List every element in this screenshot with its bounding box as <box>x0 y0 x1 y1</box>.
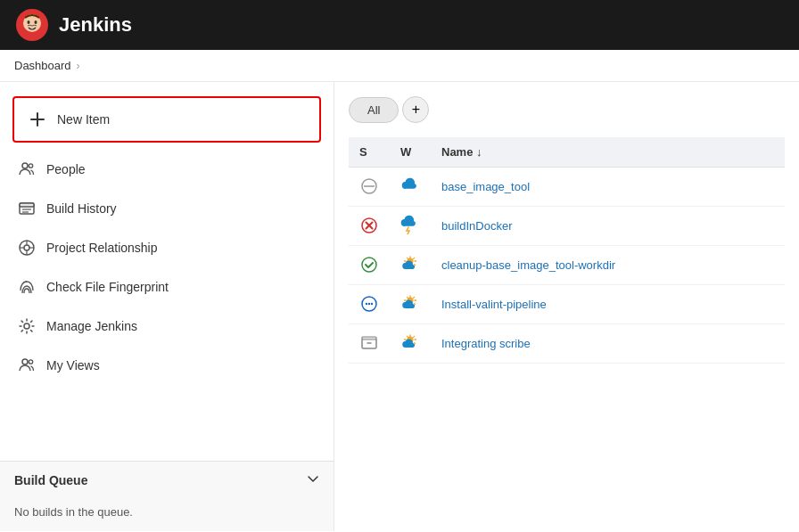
weather-cell <box>390 246 431 285</box>
svg-point-7 <box>29 164 32 168</box>
sidebar-people-label: People <box>46 162 86 176</box>
svg-point-13 <box>24 245 29 250</box>
gear-icon <box>18 317 36 335</box>
col-header-s: S <box>349 137 390 168</box>
main-layout: New Item People <box>0 82 799 531</box>
job-link[interactable]: cleanup-base_image_tool-workdir <box>441 258 615 272</box>
svg-point-26 <box>362 258 376 272</box>
svg-point-30 <box>368 302 370 304</box>
build-queue-title: Build Queue <box>14 473 87 487</box>
sidebar-item-manage-jenkins[interactable]: Manage Jenkins <box>0 307 334 346</box>
new-item-button[interactable]: New Item <box>12 96 321 143</box>
weather-cell <box>390 168 431 207</box>
svg-point-31 <box>371 302 373 304</box>
new-item-label: New Item <box>57 112 110 127</box>
app-title: Jenkins <box>59 13 132 37</box>
table-row: buildInDocker <box>349 207 785 246</box>
svg-point-29 <box>366 302 367 304</box>
svg-point-2 <box>28 20 30 24</box>
job-link[interactable]: Integrating scribe <box>441 337 531 350</box>
table-row: Integrating scribe <box>349 324 785 364</box>
job-link[interactable]: Install-valint-pipeline <box>441 298 547 311</box>
my-views-icon <box>18 356 36 374</box>
breadcrumb-separator: › <box>77 60 80 72</box>
people-icon <box>18 160 36 178</box>
status-cell <box>349 324 390 364</box>
breadcrumb: Dashboard › <box>0 50 799 82</box>
sidebar-item-my-views[interactable]: My Views <box>0 346 334 385</box>
svg-point-6 <box>22 163 28 168</box>
project-relationship-icon <box>18 239 36 257</box>
table-row: Install-valint-pipeline <box>349 285 785 324</box>
status-archive-icon <box>359 333 379 353</box>
status-cell <box>349 207 390 246</box>
plus-icon <box>29 110 46 128</box>
build-queue-header[interactable]: Build Queue <box>0 462 334 498</box>
svg-point-3 <box>35 20 37 24</box>
weather-cell <box>390 324 431 364</box>
build-queue-section: Build Queue No builds in the queue. <box>0 461 334 531</box>
sidebar-item-build-history[interactable]: Build History <box>0 189 334 228</box>
table-header-row: S W Name ↓ <box>349 137 785 168</box>
main-content: All + S W Name ↓ <box>334 82 799 531</box>
add-tab-button[interactable]: + <box>402 96 429 123</box>
tab-all[interactable]: All <box>349 97 399 123</box>
col-header-name[interactable]: Name ↓ <box>431 137 785 168</box>
svg-rect-9 <box>20 203 34 207</box>
status-success-icon <box>359 255 379 274</box>
col-header-w: W <box>390 137 431 168</box>
sidebar: New Item People <box>0 82 334 531</box>
sidebar-project-rel-label: Project Relationship <box>46 241 158 255</box>
jenkins-logo-icon <box>14 7 50 43</box>
name-cell: cleanup-base_image_tool-workdir <box>431 246 785 285</box>
status-failed-icon <box>359 216 379 235</box>
weather-cloud-icon <box>400 176 420 195</box>
logo-container: Jenkins <box>14 7 132 43</box>
sidebar-nav: New Item People <box>0 82 334 461</box>
name-cell: Install-valint-pipeline <box>431 285 785 324</box>
table-row: cleanup-base_image_tool-workdir <box>349 246 785 285</box>
weather-storm-icon <box>400 215 420 234</box>
svg-point-18 <box>24 323 29 329</box>
svg-point-20 <box>29 360 32 364</box>
job-link[interactable]: base_image_tool <box>441 180 530 193</box>
app-header: Jenkins <box>0 0 799 50</box>
sidebar-item-fingerprint[interactable]: Check File Fingerprint <box>0 267 334 307</box>
weather-suncloud-icon <box>400 254 420 274</box>
sidebar-item-people[interactable]: People <box>0 150 334 189</box>
status-cell <box>349 168 390 207</box>
status-cell <box>349 246 390 285</box>
name-cell: Integrating scribe <box>431 324 785 364</box>
weather-cell <box>390 207 431 246</box>
weather-suncloud-icon2 <box>400 293 420 313</box>
build-history-icon <box>18 200 36 217</box>
name-cell: buildInDocker <box>431 207 785 246</box>
build-queue-collapse-icon[interactable] <box>307 472 319 487</box>
sidebar-item-project-relationship[interactable]: Project Relationship <box>0 228 334 267</box>
breadcrumb-dashboard[interactable]: Dashboard <box>14 59 71 72</box>
view-tabs: All + <box>349 96 785 123</box>
table-row: base_image_tool <box>349 168 785 207</box>
sidebar-my-views-label: My Views <box>46 358 100 372</box>
fingerprint-icon <box>18 278 36 296</box>
sidebar-manage-jenkins-label: Manage Jenkins <box>46 319 137 333</box>
svg-point-19 <box>22 359 28 364</box>
jobs-table: S W Name ↓ <box>349 137 785 364</box>
build-queue-empty-msg: No builds in the queue. <box>14 505 133 519</box>
svg-rect-34 <box>362 337 376 340</box>
status-disabled-icon <box>359 176 379 196</box>
weather-suncloud-icon3 <box>400 332 420 352</box>
status-running-icon <box>359 294 379 314</box>
name-cell: base_image_tool <box>431 168 785 207</box>
build-queue-body: No builds in the queue. <box>0 498 334 531</box>
sidebar-build-history-label: Build History <box>46 201 117 216</box>
job-link[interactable]: buildInDocker <box>441 219 513 233</box>
weather-cell <box>390 285 431 324</box>
status-cell <box>349 285 390 324</box>
sidebar-fingerprint-label: Check File Fingerprint <box>46 280 169 294</box>
